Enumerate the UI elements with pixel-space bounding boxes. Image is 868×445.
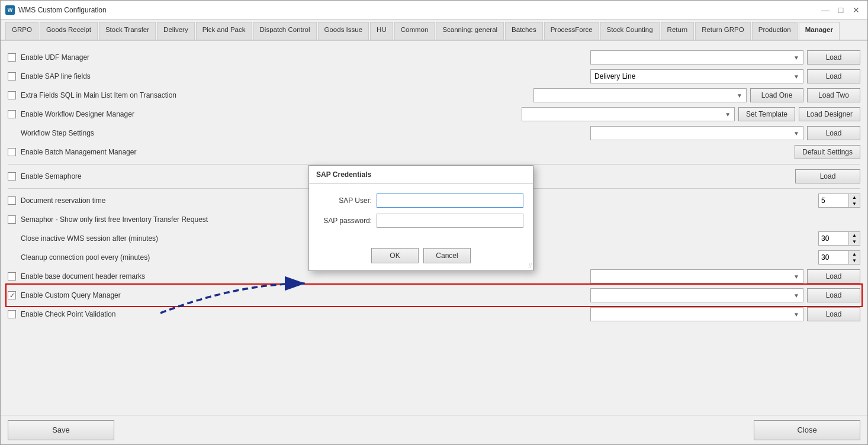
spinner-cleanup-connection[interactable]: ▲ ▼ <box>818 250 860 265</box>
spinner-doc-reservation[interactable]: ▲ ▼ <box>818 194 860 208</box>
label-base-doc-header: Enable base document header remarks <box>21 272 145 280</box>
spinner-down-close-inactive[interactable]: ▼ <box>849 238 860 245</box>
tab-stock-transfer[interactable]: Stock Transfer <box>99 22 156 40</box>
checkbox-doc-reservation[interactable] <box>8 196 16 205</box>
sap-password-label: SAP password: <box>319 217 372 225</box>
btn-check-point-0[interactable]: Load <box>807 307 860 321</box>
tab-grpo[interactable]: GRPO <box>5 22 38 40</box>
label-udf-manager: Enable UDF Manager <box>21 53 89 62</box>
maximize-button[interactable]: □ <box>834 4 847 17</box>
sap-credentials-dialog: SAP Credentials SAP User: SAP password: … <box>308 165 533 271</box>
checkbox-semaphore[interactable] <box>8 172 16 180</box>
dialog-ok-button[interactable]: OK <box>371 248 419 263</box>
dropdown-custom-query[interactable]: ▼ <box>590 288 803 302</box>
checkbox-udf-manager[interactable] <box>8 53 16 62</box>
tab-processforce[interactable]: ProcessForce <box>544 22 599 40</box>
dropdown-arrow-workflow-step: ▼ <box>793 130 799 137</box>
dropdown-check-point[interactable]: ▼ <box>590 307 803 321</box>
checkbox-batch-management[interactable] <box>8 148 16 156</box>
btn-workflow-designer-0[interactable]: Set Template <box>738 107 795 121</box>
label-check-point: Enable Check Point Validation <box>21 310 116 318</box>
close-button-footer[interactable]: Close <box>754 420 860 440</box>
btn-custom-query-0[interactable]: Load <box>807 288 860 302</box>
btn-workflow-step-0[interactable]: Load <box>807 126 860 140</box>
dropdown-extra-fields[interactable]: ▼ <box>533 88 747 102</box>
btn-base-doc-header-0[interactable]: Load <box>807 269 860 283</box>
label-sap-line-fields: Enable SAP line fields <box>21 72 91 80</box>
checkbox-workflow-designer[interactable] <box>8 110 16 118</box>
dropdown-arrow-udf-manager: ▼ <box>793 54 799 61</box>
spinner-up-cleanup-connection[interactable]: ▲ <box>849 251 860 257</box>
window-title: WMS Custom Configuration <box>18 6 107 14</box>
spinner-input-cleanup-connection[interactable] <box>819 251 848 264</box>
tab-dispatch-control[interactable]: Dispatch Control <box>253 22 317 40</box>
label-cleanup-connection: Cleanup connection pool every (minutes) <box>21 253 150 262</box>
spinner-up-doc-reservation[interactable]: ▲ <box>849 194 860 201</box>
label-doc-reservation: Document reservation time <box>21 196 105 205</box>
dialog-title-bar: SAP Credentials <box>309 166 533 184</box>
spinner-down-doc-reservation[interactable]: ▼ <box>849 201 860 207</box>
minimize-button[interactable]: — <box>819 4 832 17</box>
tab-pick-and-pack[interactable]: Pick and Pack <box>196 22 252 40</box>
sap-password-input[interactable] <box>377 214 523 228</box>
label-semaphore-show: Semaphor - Show only first free Inventor… <box>21 215 208 224</box>
tab-return-grpo[interactable]: Return GRPO <box>695 22 751 40</box>
checkbox-custom-query[interactable] <box>8 291 16 299</box>
checkbox-extra-fields[interactable] <box>8 91 16 99</box>
row-batch-management: Enable Batch Management Manager Default … <box>8 143 860 162</box>
row-udf-manager: Enable UDF Manager ▼ Load <box>8 48 860 67</box>
sap-user-input[interactable] <box>377 194 523 208</box>
btn-batch-management-0[interactable]: Default Settings <box>795 145 860 159</box>
btn-semaphore-0[interactable]: Load <box>795 169 860 183</box>
label-extra-fields: Extra Fields SQL in Main List Item on Tr… <box>21 91 176 99</box>
btn-extra-fields-0[interactable]: Load One <box>750 88 803 102</box>
dropdown-arrow-extra-fields: ▼ <box>737 92 742 99</box>
spinner-down-cleanup-connection[interactable]: ▼ <box>849 257 860 264</box>
spinner-close-inactive[interactable]: ▲ ▼ <box>818 231 860 246</box>
dialog-cancel-button[interactable]: Cancel <box>423 248 471 263</box>
dropdown-workflow-designer[interactable]: ▼ <box>522 107 735 121</box>
row-workflow-step: Workflow Step Settings ▼ Load <box>8 124 860 143</box>
checkbox-semaphore-show[interactable] <box>8 215 16 224</box>
tab-common[interactable]: Common <box>394 22 435 40</box>
spinner-up-close-inactive[interactable]: ▲ <box>849 232 860 238</box>
checkbox-sap-line-fields[interactable] <box>8 72 16 80</box>
dropdown-arrow-check-point: ▼ <box>793 311 799 318</box>
spinner-input-doc-reservation[interactable] <box>819 194 848 207</box>
dialog-body: SAP User: SAP password: <box>309 184 533 243</box>
btn-udf-manager-0[interactable]: Load <box>807 50 860 65</box>
label-custom-query: Enable Custom Query Manager <box>21 291 121 299</box>
label-batch-management: Enable Batch Management Manager <box>21 148 136 156</box>
tab-stock-counting[interactable]: Stock Counting <box>600 22 660 40</box>
checkbox-base-doc-header[interactable] <box>8 272 16 280</box>
tab-manager[interactable]: Manager <box>799 22 840 41</box>
dropdown-workflow-step[interactable]: ▼ <box>590 126 803 140</box>
close-button[interactable]: ✕ <box>850 4 863 17</box>
dialog-title-text: SAP Credentials <box>316 170 371 179</box>
label-workflow-step: Workflow Step Settings <box>21 129 94 137</box>
label-workflow-designer: Enable Workflow Designer Manager <box>21 110 134 118</box>
btn-sap-line-fields-0[interactable]: Load <box>807 69 860 83</box>
dropdown-udf-manager[interactable]: ▼ <box>590 50 803 65</box>
dropdown-sap-line-fields[interactable]: Delivery Line ▼ <box>590 69 803 83</box>
sap-user-field: SAP User: <box>319 194 523 208</box>
tab-scanning--general[interactable]: Scanning: general <box>436 22 504 40</box>
btn-extra-fields-1[interactable]: Load Two <box>807 88 860 102</box>
tab-return[interactable]: Return <box>661 22 695 40</box>
tab-goods-receipt[interactable]: Goods Receipt <box>40 22 98 40</box>
content-area: Enable UDF Manager ▼ Load Enable SAP lin… <box>1 41 867 415</box>
tab-hu[interactable]: HU <box>370 22 393 40</box>
save-button[interactable]: Save <box>8 420 114 440</box>
row-sap-line-fields: Enable SAP line fields Delivery Line ▼ L… <box>8 67 860 86</box>
dropdown-base-doc-header[interactable]: ▼ <box>590 269 803 283</box>
tab-batches[interactable]: Batches <box>505 22 543 40</box>
tab-production[interactable]: Production <box>752 22 798 40</box>
label-close-inactive: Close inactive WMS session after (minute… <box>21 234 158 243</box>
footer: Save Close <box>1 415 867 444</box>
checkbox-check-point[interactable] <box>8 310 16 318</box>
btn-workflow-designer-1[interactable]: Load Designer <box>799 107 860 121</box>
tab-delivery[interactable]: Delivery <box>157 22 195 40</box>
title-bar: W WMS Custom Configuration — □ ✕ <box>1 1 867 20</box>
tab-goods-issue[interactable]: Goods Issue <box>318 22 369 40</box>
spinner-input-close-inactive[interactable] <box>819 232 848 245</box>
